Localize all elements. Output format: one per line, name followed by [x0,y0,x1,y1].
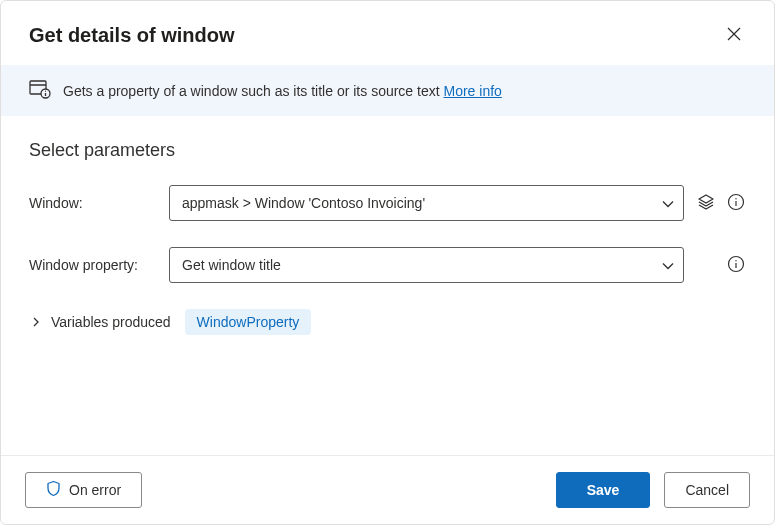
info-icon [727,193,745,214]
window-property-select[interactable]: Get window title [169,247,684,283]
window-property-label: Window property: [29,257,161,273]
cancel-label: Cancel [685,482,729,498]
more-info-link[interactable]: More info [444,83,502,99]
svg-point-12 [735,260,736,261]
dialog-title: Get details of window [29,24,235,47]
info-icon [727,255,745,276]
close-button[interactable] [718,19,750,51]
info-bar: Gets a property of a window such as its … [1,65,774,116]
variables-produced-row: Variables produced WindowProperty [29,309,746,335]
ui-element-picker-button[interactable] [696,193,716,213]
chevron-right-icon [32,314,40,330]
svg-point-5 [45,91,46,92]
save-label: Save [587,482,620,498]
save-button[interactable]: Save [556,472,651,508]
dialog-header: Get details of window [1,1,774,65]
info-bar-description: Gets a property of a window such as its … [63,83,444,99]
window-row: Window: appmask > Window 'Contoso Invoic… [29,185,746,221]
variables-label: Variables produced [51,314,171,330]
layers-icon [697,193,715,214]
svg-marker-7 [699,195,713,203]
window-select[interactable]: appmask > Window 'Contoso Invoicing' [169,185,684,221]
variable-chip[interactable]: WindowProperty [185,309,312,335]
window-help-button[interactable] [726,193,746,213]
on-error-label: On error [69,482,121,498]
window-property-select-value: Get window title [182,257,281,273]
window-property-row: Window property: Get window title [29,247,746,283]
svg-point-9 [735,198,736,199]
close-icon [727,27,741,44]
variables-toggle[interactable] [29,315,43,329]
dialog-footer: On error Save Cancel [1,455,774,524]
window-detail-icon [29,79,51,102]
window-label: Window: [29,195,161,211]
window-select-value: appmask > Window 'Contoso Invoicing' [182,195,425,211]
dialog-content: Select parameters Window: appmask > Wind… [1,116,774,455]
cancel-button[interactable]: Cancel [664,472,750,508]
shield-icon [46,480,61,500]
info-bar-text: Gets a property of a window such as its … [63,83,502,99]
on-error-button[interactable]: On error [25,472,142,508]
section-title: Select parameters [29,140,746,161]
window-property-help-button[interactable] [726,255,746,275]
